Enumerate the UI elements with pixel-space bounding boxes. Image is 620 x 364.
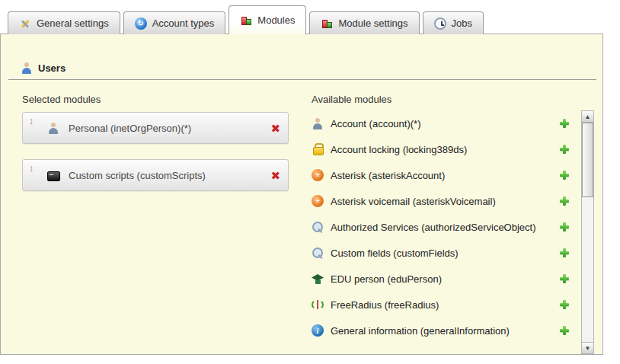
available-module-label: Custom fields (customFields) [331, 247, 459, 259]
configuration-page: General settings Account types Modules M… [0, 0, 620, 364]
plus-icon [558, 299, 570, 311]
tab-module-settings[interactable]: Module settings [309, 11, 419, 34]
tab-label: General settings [37, 18, 109, 29]
plus-icon [558, 324, 570, 337]
available-modules-heading: Available modules [312, 94, 391, 105]
selected-module-row[interactable]: ↕ Custom scripts (customScripts) ✖ [22, 159, 289, 191]
available-module-label: Account locking (locking389ds) [331, 144, 467, 155]
available-module-row: Asterisk voicemail (asteriskVoicemail) [312, 188, 570, 214]
scrollbar-track[interactable] [582, 123, 593, 342]
plus-icon [558, 247, 570, 259]
add-module-button[interactable] [558, 273, 570, 285]
available-module-row: Account locking (locking389ds) [312, 136, 570, 162]
tools-icon [19, 18, 31, 30]
plus-icon [558, 221, 570, 233]
tab-label: Jobs [452, 18, 472, 29]
available-module-row: Account (account)(*) [312, 110, 570, 136]
person-icon [312, 117, 324, 129]
available-module-row: EDU person (eduPerson) [312, 266, 570, 292]
info-icon [312, 324, 324, 337]
available-module-row: Custom fields (customFields) [312, 240, 570, 266]
available-module-label: Asterisk voicemail (asteriskVoicemail) [331, 196, 496, 207]
tab-account-types[interactable]: Account types [123, 11, 226, 34]
available-module-label: General information (generalInformation) [331, 325, 510, 337]
available-module-row: Authorized Services (authorizedServiceOb… [312, 214, 570, 240]
bricks-icon [240, 14, 252, 27]
available-module-label: EDU person (eduPerson) [331, 273, 442, 285]
lock-icon [312, 143, 324, 155]
available-module-row: FreeRadius (freeRadius) [312, 292, 570, 318]
available-module-label: FreeRadius (freeRadius) [331, 299, 439, 311]
plus-icon [558, 117, 570, 129]
modules-tab-panel: Users Selected modules Available modules… [0, 34, 603, 355]
bricks-icon [321, 18, 333, 30]
plus-icon [558, 169, 570, 181]
add-module-button[interactable] [558, 117, 570, 129]
available-module-row: Asterisk (asteriskAccount) [312, 162, 570, 188]
tab-label: Modules [257, 14, 295, 26]
plus-icon [558, 143, 570, 155]
clock-icon [434, 18, 446, 30]
scrollbar-thumb[interactable] [582, 123, 593, 197]
user-icon [21, 62, 33, 74]
plus-icon [558, 195, 570, 207]
selected-module-label: Personal (inetOrgPerson)(*) [69, 123, 191, 134]
selected-module-label: Custom scripts (customScripts) [69, 170, 206, 181]
asterisk-icon [312, 195, 324, 207]
available-module-label: Authorized Services (authorizedServiceOb… [331, 222, 536, 233]
tab-modules[interactable]: Modules [229, 5, 306, 34]
add-module-button[interactable] [558, 324, 570, 337]
antenna-icon [312, 299, 324, 311]
drag-handle-icon[interactable]: ↕ [29, 162, 40, 174]
plus-icon [558, 273, 570, 285]
magnifier-icon [312, 247, 324, 259]
person-icon [47, 122, 59, 134]
scrollbar[interactable]: ▲ ▼ [581, 110, 594, 354]
terminal-icon [47, 169, 59, 181]
users-section-header: Users [8, 62, 596, 80]
tab-jobs[interactable]: Jobs [423, 11, 484, 34]
scroll-up-button[interactable]: ▲ [582, 111, 593, 123]
add-module-button[interactable] [558, 143, 570, 155]
add-module-button[interactable] [558, 247, 570, 259]
selected-modules-heading: Selected modules [22, 94, 101, 105]
available-module-label: Account (account)(*) [331, 118, 421, 129]
graduation-cap-icon [312, 273, 324, 285]
tab-bar: General settings Account types Modules M… [8, 5, 484, 34]
drag-handle-icon[interactable]: ↕ [29, 115, 40, 126]
add-module-button[interactable] [558, 195, 570, 207]
add-module-button[interactable] [558, 221, 570, 233]
selected-module-row[interactable]: ↕ Personal (inetOrgPerson)(*) ✖ [22, 112, 289, 144]
available-modules-list: Account (account)(*) Account locking (lo… [312, 110, 570, 343]
selected-modules-list: ↕ Personal (inetOrgPerson)(*) ✖ ↕ Custom… [22, 112, 289, 191]
scroll-down-button[interactable]: ▼ [582, 342, 593, 353]
remove-module-button[interactable]: ✖ [270, 170, 280, 181]
tab-label: Module settings [338, 18, 407, 29]
add-module-button[interactable] [558, 169, 570, 181]
available-module-label: Asterisk (asteriskAccount) [331, 170, 445, 181]
remove-module-button[interactable]: ✖ [270, 123, 280, 134]
available-module-row: General information (generalInformation) [312, 318, 570, 343]
tab-general-settings[interactable]: General settings [8, 11, 120, 34]
add-module-button[interactable] [558, 299, 570, 311]
asterisk-icon [312, 169, 324, 181]
magnifier-icon [312, 221, 324, 233]
tab-label: Account types [152, 18, 215, 29]
refresh-ball-icon [135, 18, 147, 30]
section-title: Users [38, 62, 66, 74]
